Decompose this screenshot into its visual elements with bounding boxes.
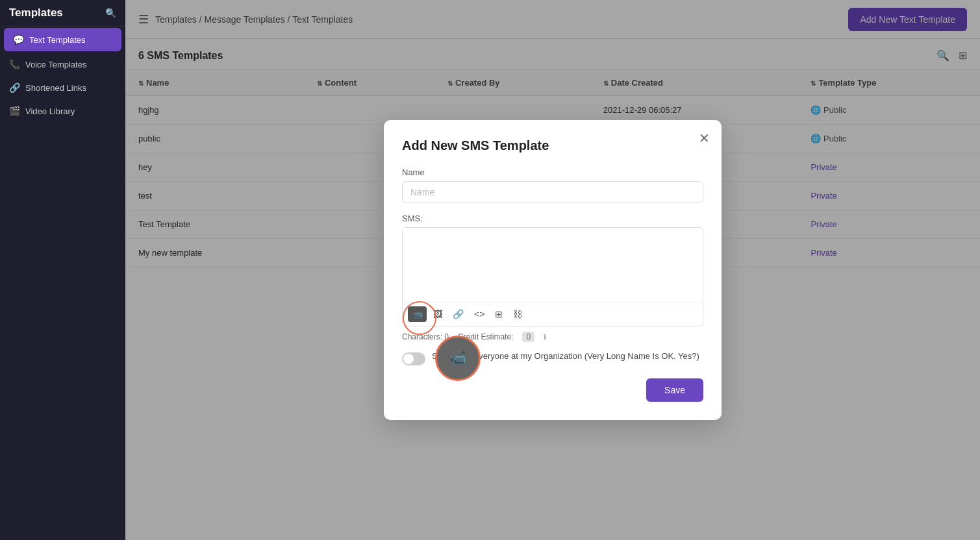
sidebar-item-video-library[interactable]: 🎬 Video Library: [0, 99, 125, 123]
characters-count: Characters: 0: [402, 332, 449, 341]
sms-textarea[interactable]: [403, 228, 703, 299]
video-icon: 🎬: [9, 106, 20, 116]
sms-toolbar: 📹 🖼 🔗 <> ⊞ ⛓ 📹: [403, 302, 703, 326]
grid-toolbar-button[interactable]: ⊞: [491, 306, 507, 322]
sidebar-item-shortened-links-label: Shortened Links: [25, 83, 86, 93]
sidebar-item-text-templates-label: Text Templates: [29, 35, 85, 45]
code-toolbar-button[interactable]: <>: [470, 306, 488, 322]
link-icon: 🔗: [9, 82, 20, 93]
chain-link-toolbar-button[interactable]: ⛓: [509, 306, 526, 322]
info-icon[interactable]: ℹ: [544, 333, 546, 341]
sidebar: Templates 🔍 💬 Text Templates 📞 Voice Tem…: [0, 0, 125, 540]
share-toggle[interactable]: [402, 352, 425, 365]
add-sms-template-modal: ✕ Add New SMS Template Name SMS: 📹 🖼 🔗 <…: [384, 120, 722, 420]
sidebar-item-text-templates[interactable]: 💬 Text Templates: [4, 28, 121, 51]
sidebar-item-video-library-label: Video Library: [25, 106, 75, 116]
phone-icon: 📞: [9, 59, 20, 69]
main-content: ☰ Templates / Message Templates / Text T…: [125, 0, 980, 540]
modal-title: Add New SMS Template: [402, 138, 703, 153]
link-toolbar-button[interactable]: 🔗: [449, 306, 468, 322]
sidebar-title: Templates: [9, 6, 63, 19]
modal-footer: Save: [402, 378, 703, 402]
name-label: Name: [402, 167, 703, 177]
sms-label: SMS:: [402, 214, 703, 223]
modal-overlay[interactable]: ✕ Add New SMS Template Name SMS: 📹 🖼 🔗 <…: [125, 0, 980, 540]
sidebar-header: Templates 🔍: [0, 0, 125, 27]
sidebar-item-shortened-links[interactable]: 🔗 Shortened Links: [0, 76, 125, 99]
video-camera-toolbar-button[interactable]: 📹: [408, 306, 427, 322]
modal-close-button[interactable]: ✕: [699, 130, 710, 146]
chat-icon: 💬: [13, 34, 24, 45]
name-input[interactable]: [402, 181, 703, 203]
save-button[interactable]: Save: [646, 378, 703, 402]
sidebar-search-icon[interactable]: 🔍: [105, 8, 116, 18]
credit-estimate-value: 0: [522, 332, 534, 342]
sms-textarea-container: 📹 🖼 🔗 <> ⊞ ⛓ 📹: [402, 227, 703, 326]
floating-video-camera-icon: 📹: [449, 350, 467, 367]
video-btn-wrapper: 📹: [408, 306, 427, 322]
sidebar-item-voice-templates-label: Voice Templates: [25, 60, 86, 69]
floating-video-icon: 📹: [435, 336, 481, 381]
image-toolbar-button[interactable]: 🖼: [429, 306, 446, 322]
sidebar-item-voice-templates[interactable]: 📞 Voice Templates: [0, 53, 125, 76]
